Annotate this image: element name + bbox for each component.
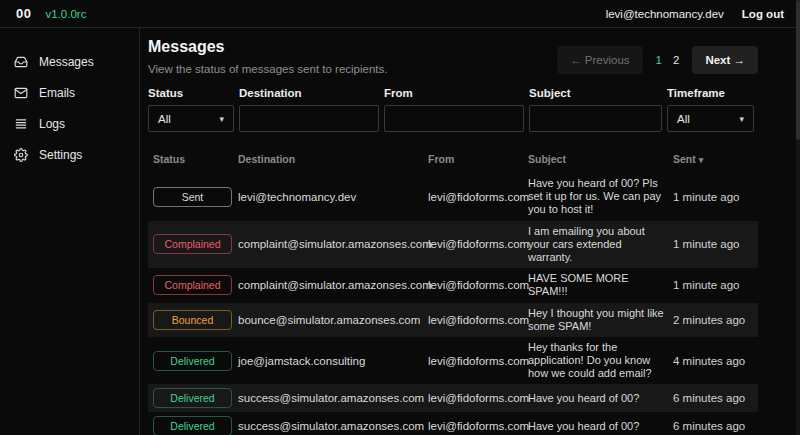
subject-cell: Hey I thought you might like some SPAM! xyxy=(528,307,673,333)
subject-cell: Have you heard of 00? xyxy=(528,392,673,405)
column-header-destination[interactable]: Destination xyxy=(238,153,428,165)
status-filter-select[interactable]: All ▾ xyxy=(148,105,234,132)
table-row[interactable]: Delivered success@simulator.amazonses.co… xyxy=(148,412,758,435)
sidebar-item-label: Settings xyxy=(39,148,82,162)
destination-cell: levi@technomancy.dev xyxy=(238,191,428,203)
destination-cell: joe@jamstack.consulting xyxy=(238,355,428,367)
status-filter-value: All xyxy=(158,113,171,125)
sidebar: Messages Emails Logs Settings xyxy=(0,28,140,435)
sidebar-item-settings[interactable]: Settings xyxy=(0,143,139,167)
subject-filter-input[interactable] xyxy=(529,105,662,132)
destination-cell: complaint@simulator.amazonses.com xyxy=(238,238,428,250)
filters-bar: Status All ▾ Destination From Subject xyxy=(148,87,758,132)
from-cell: levi@fidoforms.com xyxy=(428,314,528,326)
inbox-icon xyxy=(14,55,28,69)
page-title: Messages xyxy=(148,38,388,56)
from-cell: levi@fidoforms.com xyxy=(428,191,528,203)
timeframe-filter-label: Timeframe xyxy=(667,87,754,99)
page-number-1[interactable]: 1 xyxy=(656,54,662,66)
sent-cell: 6 minutes ago xyxy=(673,392,758,404)
status-filter-label: Status xyxy=(148,87,234,99)
sidebar-item-logs[interactable]: Logs xyxy=(0,112,139,136)
envelope-icon xyxy=(14,86,28,100)
table-row[interactable]: Complained complaint@simulator.amazonses… xyxy=(148,268,758,302)
status-badge: Sent xyxy=(153,187,232,207)
table-body: Sent levi@technomancy.dev levi@fidoforms… xyxy=(148,173,758,435)
table-row[interactable]: Delivered success@simulator.amazonses.co… xyxy=(148,384,758,412)
status-badge: Delivered xyxy=(153,351,232,371)
destination-filter-input[interactable] xyxy=(239,105,379,132)
previous-page-button[interactable]: ← Previous xyxy=(557,46,642,74)
destination-filter-label: Destination xyxy=(239,87,379,99)
version-label: v1.0.0rc xyxy=(45,8,86,20)
gear-icon xyxy=(14,148,28,162)
column-header-from[interactable]: From xyxy=(428,153,528,165)
column-header-status[interactable]: Status xyxy=(148,153,238,165)
sort-desc-icon: ▾ xyxy=(699,155,704,165)
sent-cell: 6 minutes ago xyxy=(673,420,758,432)
subject-cell: HAVE SOME MORE SPAM!!! xyxy=(528,272,673,298)
sidebar-item-messages[interactable]: Messages xyxy=(0,50,139,74)
sent-cell: 1 minute ago xyxy=(673,191,758,203)
destination-cell: bounce@simulator.amazonses.com xyxy=(238,314,428,326)
subject-filter-label: Subject xyxy=(529,87,662,99)
subject-cell: I am emailing you about your cars extend… xyxy=(528,225,673,265)
page-number-2[interactable]: 2 xyxy=(673,54,679,66)
top-bar: 00 v1.0.0rc levi@technomancy.dev Log out xyxy=(0,0,800,28)
sidebar-item-emails[interactable]: Emails xyxy=(0,81,139,105)
status-badge: Delivered xyxy=(153,416,232,435)
subject-cell: Have you heard of 00? Pls set it up for … xyxy=(528,177,673,217)
app-logo[interactable]: 00 xyxy=(16,6,31,21)
page-subtitle: View the status of messages sent to reci… xyxy=(148,63,388,75)
destination-cell: success@simulator.amazonses.com xyxy=(238,392,428,404)
chevron-down-icon: ▾ xyxy=(739,114,744,124)
table-row[interactable]: Delivered joe@jamstack.consulting levi@f… xyxy=(148,337,758,385)
from-cell: levi@fidoforms.com xyxy=(428,279,528,291)
destination-cell: success@simulator.amazonses.com xyxy=(238,420,428,432)
status-badge: Complained xyxy=(153,234,232,254)
from-cell: levi@fidoforms.com xyxy=(428,355,528,367)
timeframe-filter-value: All xyxy=(677,113,690,125)
subject-cell: Hey thanks for the application! Do you k… xyxy=(528,341,673,381)
chevron-down-icon: ▾ xyxy=(219,114,224,124)
pagination: ← Previous 1 2 Next → xyxy=(557,46,758,74)
from-cell: levi@fidoforms.com xyxy=(428,420,528,432)
subject-cell: Have you heard of 00? xyxy=(528,420,673,433)
column-header-sent[interactable]: Sent▾ xyxy=(673,153,758,165)
timeframe-filter-select[interactable]: All ▾ xyxy=(667,105,754,132)
sent-cell: 4 minutes ago xyxy=(673,355,758,367)
destination-cell: complaint@simulator.amazonses.com xyxy=(238,279,428,291)
from-cell: levi@fidoforms.com xyxy=(428,238,528,250)
table-header: Status Destination From Subject Sent▾ xyxy=(148,147,758,173)
column-header-sent-label: Sent xyxy=(673,153,696,165)
topbar-right: levi@technomancy.dev Log out xyxy=(606,8,784,20)
status-badge: Bounced xyxy=(153,310,232,330)
table-row[interactable]: Sent levi@technomancy.dev levi@fidoforms… xyxy=(148,173,758,221)
table-row[interactable]: Complained complaint@simulator.amazonses… xyxy=(148,221,758,269)
user-email: levi@technomancy.dev xyxy=(606,8,724,20)
sidebar-item-label: Logs xyxy=(39,117,65,131)
main-content: Messages View the status of messages sen… xyxy=(140,28,800,435)
scrollbar-thumb[interactable] xyxy=(796,0,800,140)
app-window: 00 v1.0.0rc levi@technomancy.dev Log out… xyxy=(0,0,800,435)
status-badge: Delivered xyxy=(153,388,232,408)
logout-button[interactable]: Log out xyxy=(742,8,784,20)
sidebar-item-label: Emails xyxy=(39,86,75,100)
next-page-button[interactable]: Next → xyxy=(692,46,758,74)
scrollbar[interactable] xyxy=(796,0,800,435)
column-header-subject[interactable]: Subject xyxy=(528,153,673,165)
from-filter-label: From xyxy=(384,87,524,99)
from-cell: levi@fidoforms.com xyxy=(428,392,528,404)
logs-icon xyxy=(14,117,28,131)
table-row[interactable]: Bounced bounce@simulator.amazonses.com l… xyxy=(148,303,758,337)
sent-cell: 2 minutes ago xyxy=(673,314,758,326)
sent-cell: 1 minute ago xyxy=(673,238,758,250)
status-badge: Complained xyxy=(153,275,232,295)
from-filter-input[interactable] xyxy=(384,105,524,132)
sidebar-item-label: Messages xyxy=(39,55,94,69)
sent-cell: 1 minute ago xyxy=(673,279,758,291)
